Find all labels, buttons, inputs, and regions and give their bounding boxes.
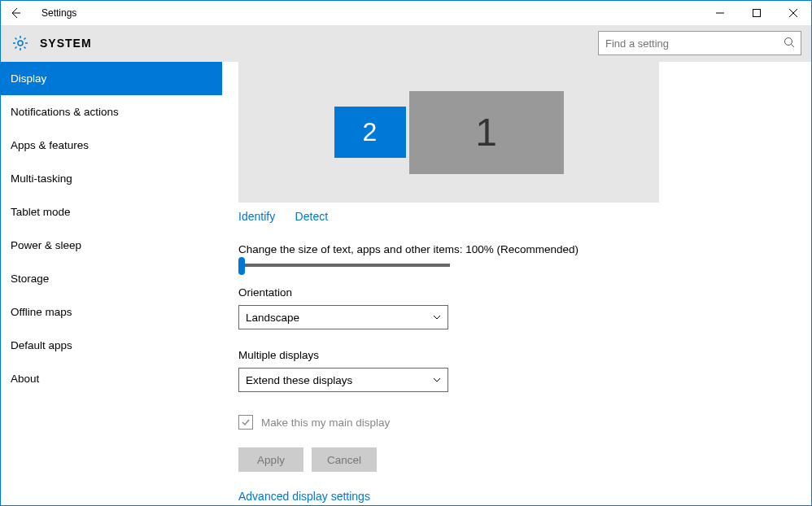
sidebar-item-tablet[interactable]: Tablet mode bbox=[1, 195, 222, 229]
sidebar-item-apps[interactable]: Apps & features bbox=[1, 129, 222, 162]
sidebar-item-defaultapps[interactable]: Default apps bbox=[1, 329, 222, 362]
back-arrow-icon bbox=[9, 7, 22, 20]
identify-link[interactable]: Identify bbox=[238, 210, 275, 223]
multidisplay-value: Extend these displays bbox=[246, 374, 352, 386]
sidebar-item-label: Display bbox=[11, 72, 46, 85]
multidisplay-select[interactable]: Extend these displays bbox=[238, 368, 448, 392]
scale-slider[interactable] bbox=[238, 264, 450, 267]
scale-label: Change the size of text, apps and other … bbox=[238, 243, 811, 255]
minimize-icon bbox=[716, 9, 724, 17]
sidebar-item-label: Tablet mode bbox=[11, 206, 71, 218]
sidebar-item-power[interactable]: Power & sleep bbox=[1, 229, 222, 262]
minimize-button[interactable] bbox=[701, 1, 738, 25]
svg-rect-1 bbox=[753, 10, 760, 17]
sidebar-item-label: Power & sleep bbox=[11, 239, 81, 251]
search-input[interactable] bbox=[598, 31, 801, 55]
monitor-1[interactable]: 1 bbox=[409, 91, 564, 174]
window-controls bbox=[701, 1, 811, 25]
window-title: Settings bbox=[41, 7, 76, 19]
title-bar: Settings bbox=[1, 1, 811, 25]
sidebar-item-label: Multi-tasking bbox=[11, 172, 72, 185]
close-icon bbox=[789, 9, 797, 17]
svg-line-4 bbox=[792, 45, 795, 48]
monitor-2[interactable]: 2 bbox=[334, 107, 406, 158]
sidebar-item-label: About bbox=[11, 373, 39, 385]
sidebar-item-label: Notifications & actions bbox=[11, 106, 119, 118]
maximize-icon bbox=[753, 9, 761, 17]
sidebar-item-label: Offline maps bbox=[11, 306, 72, 318]
body: Display Notifications & actions Apps & f… bbox=[1, 62, 811, 505]
content-area: 2 1 Identify Detect Change the size of t… bbox=[222, 62, 811, 505]
close-button[interactable] bbox=[775, 1, 811, 25]
app-header: SYSTEM bbox=[1, 25, 811, 62]
checkmark-icon bbox=[241, 417, 251, 427]
settings-gear-icon bbox=[12, 35, 28, 51]
cancel-button: Cancel bbox=[312, 447, 377, 472]
main-display-checkbox: Make this my main display bbox=[238, 415, 811, 430]
sidebar-item-label: Apps & features bbox=[11, 139, 89, 151]
action-buttons: Apply Cancel bbox=[238, 447, 811, 472]
sidebar-item-about[interactable]: About bbox=[1, 362, 222, 395]
monitor-links: Identify Detect bbox=[238, 209, 811, 224]
sidebar-item-storage[interactable]: Storage bbox=[1, 262, 222, 295]
sidebar: Display Notifications & actions Apps & f… bbox=[1, 62, 222, 505]
sidebar-item-offlinemaps[interactable]: Offline maps bbox=[1, 295, 222, 329]
maximize-button[interactable] bbox=[738, 1, 775, 25]
orientation-label: Orientation bbox=[238, 286, 811, 299]
sidebar-item-label: Storage bbox=[11, 273, 49, 285]
sidebar-item-label: Default apps bbox=[11, 339, 72, 351]
checkbox-box bbox=[238, 415, 253, 430]
multidisplay-label: Multiple displays bbox=[238, 349, 811, 361]
search-icon bbox=[784, 37, 795, 51]
orientation-value: Landscape bbox=[246, 312, 299, 324]
sidebar-item-display[interactable]: Display bbox=[1, 62, 222, 95]
detect-link[interactable]: Detect bbox=[295, 210, 328, 223]
header-title: SYSTEM bbox=[40, 37, 92, 50]
orientation-select[interactable]: Landscape bbox=[238, 305, 448, 329]
chevron-down-icon bbox=[433, 376, 441, 384]
main-display-label: Make this my main display bbox=[261, 417, 390, 429]
sidebar-item-notifications[interactable]: Notifications & actions bbox=[1, 95, 222, 129]
back-button[interactable] bbox=[6, 3, 25, 23]
advanced-display-link[interactable]: Advanced display settings bbox=[238, 490, 811, 503]
svg-point-2 bbox=[18, 41, 23, 46]
apply-button: Apply bbox=[238, 447, 303, 472]
svg-point-3 bbox=[785, 38, 792, 46]
sidebar-item-multitasking[interactable]: Multi-tasking bbox=[1, 162, 222, 195]
slider-thumb[interactable] bbox=[238, 257, 245, 275]
search-wrapper bbox=[598, 31, 801, 55]
chevron-down-icon bbox=[433, 313, 441, 321]
monitor-preview[interactable]: 2 1 bbox=[238, 62, 659, 203]
